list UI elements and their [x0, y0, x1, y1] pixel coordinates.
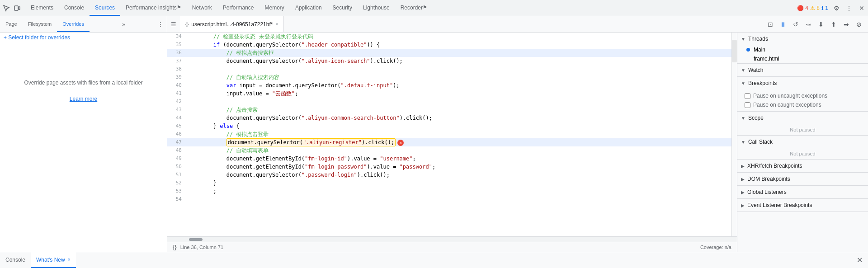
- left-panel-tabs: Page Filesystem Overrides » ⋮: [0, 16, 167, 32]
- svg-rect-1: [19, 7, 20, 9]
- expand-panel-btn[interactable]: ⊡: [765, 19, 776, 30]
- close-devtools-icon[interactable]: ✕: [857, 4, 866, 13]
- tab-memory[interactable]: Memory: [259, 0, 290, 16]
- tab-filesystem[interactable]: Filesystem: [23, 16, 57, 32]
- learn-more-link[interactable]: Learn more: [70, 96, 97, 102]
- table-row: 37 document.querySelector(".aliyun-icon-…: [167, 57, 737, 65]
- resume-btn[interactable]: ↺: [790, 19, 801, 30]
- xhr-header[interactable]: ▶ XHR/fetch Breakpoints: [737, 160, 868, 172]
- step-into-btn[interactable]: ⬇: [816, 19, 826, 30]
- device-icon[interactable]: [13, 4, 22, 13]
- table-row-error: 47 document.querySelector(".aliyun-regis…: [167, 138, 737, 146]
- watch-header[interactable]: ▼ Watch: [737, 64, 868, 76]
- tab-network[interactable]: Network: [187, 0, 217, 16]
- table-row: 41 input.value = "云函数";: [167, 89, 737, 98]
- xhr-section: ▶ XHR/fetch Breakpoints: [737, 160, 868, 173]
- thread-main[interactable]: Main: [737, 45, 868, 54]
- pause-caught-checkbox[interactable]: [745, 102, 750, 108]
- tab-application[interactable]: Application: [290, 0, 327, 16]
- close-bottom-panel[interactable]: ✕: [851, 256, 868, 264]
- tab-performance[interactable]: Performance: [217, 0, 259, 16]
- h-scrollbar-thumb[interactable]: [189, 238, 203, 241]
- threads-header[interactable]: ▼ Threads: [737, 33, 868, 45]
- step-over-btn[interactable]: ⤼: [803, 19, 814, 30]
- xhr-label: XHR/fetch Breakpoints: [747, 163, 802, 169]
- callstack-header[interactable]: ▼ Call Stack: [737, 136, 868, 148]
- callstack-not-paused: Not paused: [737, 148, 868, 159]
- debug-controls: ⊡ ⏸ ↺ ⤼ ⬇ ⬆ ➡ ⊘: [761, 16, 868, 32]
- tab-security[interactable]: Security: [327, 0, 358, 16]
- inspect-icon[interactable]: [2, 4, 11, 13]
- bottom-tab-console[interactable]: Console: [0, 252, 31, 268]
- code-lines[interactable]: 34 // 检查登录状态 未登录就执行登录代码 35 if (document.…: [167, 33, 737, 236]
- error-badge[interactable]: 🔴 4: [797, 5, 808, 11]
- bottom-tab-whats-new[interactable]: What's New ×: [31, 252, 75, 268]
- scope-header[interactable]: ▼ Scope: [737, 112, 868, 124]
- warning-badge[interactable]: ⚠ 8: [810, 5, 820, 11]
- tab-elements[interactable]: Elements: [25, 0, 59, 16]
- line-col-info: Line 36, Column 71: [180, 244, 223, 250]
- console-tab-label: Console: [5, 257, 25, 263]
- breakpoints-header[interactable]: ▼ Breakpoints: [737, 77, 868, 89]
- tab-overrides[interactable]: Overrides: [57, 16, 90, 32]
- table-row: 42: [167, 98, 737, 106]
- tab-page[interactable]: Page: [0, 16, 23, 32]
- code-editor: 34 // 检查登录状态 未登录就执行登录代码 35 if (document.…: [167, 33, 737, 252]
- add-folder-btn[interactable]: + Select folder for overrides: [0, 33, 167, 42]
- watch-triangle: ▼: [741, 68, 745, 73]
- threads-label: Threads: [748, 36, 768, 42]
- step-btn[interactable]: ➡: [841, 19, 852, 30]
- panel-menu-btn[interactable]: ⋮: [158, 21, 167, 28]
- tab-lighthouse[interactable]: Lighthouse: [358, 0, 395, 16]
- tab-performance-insights[interactable]: Performance insights ⚑: [120, 0, 187, 16]
- table-row: 48 // 自动填写表单: [167, 146, 737, 155]
- global-triangle: ▶: [741, 190, 745, 195]
- callstack-triangle: ▼: [741, 140, 745, 145]
- watch-section: ▼ Watch: [737, 64, 868, 77]
- breakpoints-triangle: ▼: [741, 81, 745, 86]
- pause-uncaught-checkbox[interactable]: [745, 93, 750, 99]
- thread-frame[interactable]: frame.html: [737, 54, 868, 63]
- code-area[interactable]: 34 // 检查登录状态 未登录就执行登录代码 35 if (document.…: [167, 33, 737, 236]
- pause-caught-label: Pause on caught exceptions: [753, 102, 821, 108]
- more-tabs-btn[interactable]: »: [118, 21, 129, 28]
- settings-icon[interactable]: ⚙: [832, 4, 841, 13]
- tab-sources[interactable]: Sources: [90, 0, 120, 16]
- dom-header[interactable]: ▶ DOM Breakpoints: [737, 173, 868, 185]
- global-label: Global Listeners: [747, 189, 787, 195]
- whats-new-label: What's New: [36, 257, 65, 263]
- xhr-triangle: ▶: [741, 164, 745, 169]
- file-tab-userscript[interactable]: {} userscript.html...4-09651a7221bf* ×: [180, 16, 284, 32]
- deactivate-btn[interactable]: ⊘: [854, 19, 864, 30]
- more-icon[interactable]: ⋮: [844, 4, 854, 13]
- file-tab-close[interactable]: ×: [275, 22, 278, 27]
- threads-section: ▼ Threads Main frame.html: [737, 33, 868, 64]
- tab-recorder[interactable]: Recorder ⚑: [395, 0, 433, 16]
- nav-tabs: Elements Console Sources Performance ins…: [25, 0, 433, 16]
- show-navigator-btn[interactable]: ☰: [167, 21, 180, 28]
- dom-section: ▶ DOM Breakpoints: [737, 173, 868, 186]
- whats-new-close[interactable]: ×: [68, 257, 71, 262]
- table-row: 34 // 检查登录状态 未登录就执行登录代码: [167, 33, 737, 41]
- bottom-panel: Console What's New × ✕: [0, 252, 868, 268]
- h-scrollbar[interactable]: [167, 236, 737, 242]
- scope-label: Scope: [748, 115, 764, 121]
- left-panel: + Select folder for overrides Override p…: [0, 33, 167, 252]
- table-row: 54: [167, 195, 737, 203]
- table-row: 50 document.getElementById("fm-login-pas…: [167, 163, 737, 171]
- tab-console[interactable]: Console: [59, 0, 90, 16]
- toolbar-right: 🔴 4 ⚠ 8 ℹ 1 ⚙ ⋮ ✕: [797, 4, 866, 13]
- badge-group: 🔴 4 ⚠ 8 ℹ 1: [797, 5, 828, 11]
- threads-triangle: ▼: [741, 37, 745, 42]
- minimap[interactable]: [731, 33, 737, 236]
- info-badge[interactable]: ℹ 1: [821, 5, 828, 11]
- global-header[interactable]: ▶ Global Listeners: [737, 186, 868, 198]
- threads-list: Main frame.html: [737, 45, 868, 63]
- dom-label: DOM Breakpoints: [747, 176, 790, 182]
- callstack-label: Call Stack: [748, 139, 773, 145]
- step-out-btn[interactable]: ⬆: [828, 19, 839, 30]
- table-row: 40 var input = document.querySelector(".…: [167, 81, 737, 89]
- pause-btn[interactable]: ⏸: [778, 19, 788, 30]
- thread-dot: [746, 48, 750, 52]
- event-header[interactable]: ▶ Event Listener Breakpoints: [737, 199, 868, 212]
